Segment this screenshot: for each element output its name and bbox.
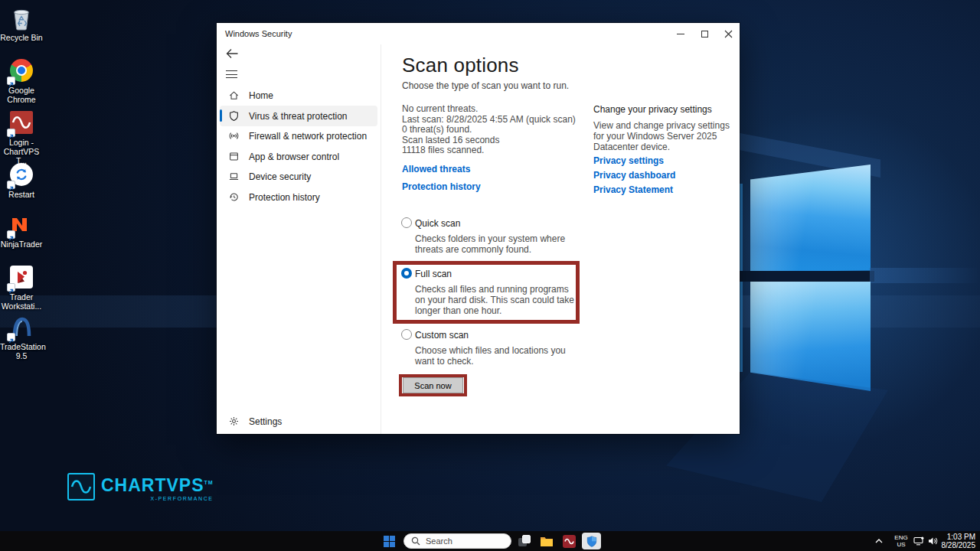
desktop: Recycle Bin Google Chrome Login - ChartV…: [0, 0, 980, 551]
scan-status-block: No current threats. Last scan: 8/28/2025…: [402, 104, 578, 156]
file-explorer-button[interactable]: [539, 531, 554, 551]
tray-date: 8/28/2025: [937, 541, 975, 549]
quick-scan-description: Checks folders in your system where thre…: [415, 234, 577, 256]
chrome-icon: [9, 59, 34, 83]
full-scan-description: Checks all files and running programs on…: [415, 285, 577, 316]
sidebar-item-home[interactable]: Home: [220, 85, 377, 106]
tray-time: 1:03 PM: [937, 533, 975, 541]
wallpaper-windows-pane-lower: [750, 282, 871, 391]
quick-scan-label: Quick scan: [415, 218, 460, 229]
sidebar-item-protection-history[interactable]: Protection history: [220, 187, 377, 207]
taskbar-search[interactable]: Search: [403, 533, 511, 549]
gear-icon: [227, 416, 240, 428]
sidebar-item-virus-threat-protection[interactable]: Virus & threat protection: [220, 106, 377, 126]
quick-scan-radio[interactable]: [401, 217, 412, 228]
desktop-icon-google-chrome[interactable]: Google Chrome: [0, 58, 43, 104]
ninjatrader-icon: [9, 213, 34, 237]
trader-workstation-icon: [9, 266, 34, 290]
desktop-icon-tradestation[interactable]: TradeStation 9.5: [0, 315, 43, 360]
sidebar-item-label: App & browser control: [249, 152, 339, 162]
folder-icon: [540, 536, 554, 547]
shortcut-arrow-icon: [7, 333, 15, 341]
tray-chevron-button[interactable]: [874, 531, 884, 551]
wallpaper-windows-pane-upper: [750, 165, 871, 272]
desktop-icon-label: Login - ChartVPS T...: [0, 138, 43, 165]
app-window-icon: [227, 151, 240, 163]
windows-security-window: Windows Security Home Virus & threat pro…: [217, 23, 740, 434]
window-titlebar[interactable]: Windows Security: [217, 23, 740, 44]
desktop-icon-ninjatrader[interactable]: NinjaTrader: [0, 213, 43, 249]
status-line: 11118 files scanned.: [402, 145, 578, 156]
protection-history-link[interactable]: Protection history: [402, 181, 481, 192]
page-title: Scan options: [402, 54, 519, 77]
privacy-heading: Change your privacy settings: [593, 104, 712, 115]
shortcut-arrow-icon: [7, 77, 15, 85]
allowed-threats-link[interactable]: Allowed threats: [402, 164, 470, 174]
desktop-icon-label: Recycle Bin: [0, 33, 43, 42]
privacy-dashboard-link[interactable]: Privacy dashboard: [593, 170, 675, 181]
scan-now-button[interactable]: Scan now: [403, 377, 463, 393]
tray-network-button[interactable]: [913, 531, 925, 551]
sidebar-item-label: Virus & threat protection: [249, 111, 348, 122]
chartvps-taskbar-icon: [563, 535, 576, 548]
defender-shield-icon: [586, 536, 597, 547]
restart-icon: [9, 163, 34, 187]
task-view-button[interactable]: [518, 531, 531, 551]
start-button[interactable]: [382, 531, 396, 551]
privacy-statement-link[interactable]: Privacy Statement: [593, 184, 673, 195]
sidebar-item-label: Settings: [249, 416, 282, 427]
watermark-tm: TM: [204, 480, 214, 485]
minimize-button[interactable]: [669, 23, 692, 44]
status-line: No current threats.: [402, 104, 578, 115]
tray-clock[interactable]: 1:03 PM 8/28/2025: [937, 533, 975, 549]
wallpaper-logo-sliver: [740, 184, 743, 372]
full-scan-label: Full scan: [415, 269, 452, 279]
sidebar-item-device-security[interactable]: Device security: [220, 166, 377, 187]
watermark-tagline: X-PERFORMANCE: [101, 496, 214, 501]
chartvps-app-button[interactable]: [561, 531, 577, 551]
desktop-icon-label: NinjaTrader: [0, 240, 43, 249]
desktop-icon-recycle-bin[interactable]: Recycle Bin: [0, 6, 43, 42]
shortcut-arrow-icon: [7, 230, 15, 239]
speaker-icon: [928, 536, 938, 546]
sidebar-item-settings[interactable]: Settings: [220, 411, 377, 432]
desktop-icon-label: Restart: [0, 190, 43, 199]
sidebar-item-app-browser-control[interactable]: App & browser control: [220, 146, 377, 167]
status-line: 0 threat(s) found.: [402, 125, 578, 135]
laptop-icon: [227, 171, 240, 183]
hamburger-menu-button[interactable]: [226, 68, 238, 79]
search-placeholder: Search: [426, 536, 452, 546]
shortcut-arrow-icon: [7, 129, 15, 137]
history-icon: [227, 191, 240, 204]
back-button[interactable]: [226, 48, 240, 60]
search-icon: [411, 536, 420, 546]
close-button[interactable]: [717, 23, 740, 44]
network-status-icon: [913, 536, 924, 546]
custom-scan-label: Custom scan: [415, 330, 469, 341]
home-icon: [227, 90, 240, 102]
taskbar: Search ENG: [0, 531, 980, 551]
windows-security-taskbar-button[interactable]: [582, 533, 601, 549]
desktop-icon-chartvps-login[interactable]: Login - ChartVPS T...: [0, 110, 43, 165]
desktop-icon-restart[interactable]: Restart: [0, 162, 43, 199]
desktop-icon-label: Trader Workstati...: [0, 292, 43, 311]
privacy-body: View and change privacy settings for you…: [593, 120, 730, 152]
chartvps-watermark: CHARTVPSTM X-PERFORMANCE: [67, 473, 214, 501]
watermark-brand: CHARTVPSTM: [101, 473, 214, 495]
desktop-icon-label: TradeStation 9.5: [0, 342, 43, 360]
window-title: Windows Security: [225, 29, 292, 38]
minimize-icon: [677, 34, 684, 34]
full-scan-radio[interactable]: [401, 268, 412, 279]
tray-language-indicator[interactable]: ENG US: [891, 534, 911, 548]
chartvps-logo-icon: [67, 473, 95, 500]
custom-scan-radio[interactable]: [401, 329, 412, 340]
maximize-button[interactable]: [693, 23, 716, 44]
privacy-settings-link[interactable]: Privacy settings: [593, 155, 664, 166]
desktop-icon-label: Google Chrome: [0, 86, 43, 104]
sidebar-item-firewall-network-protection[interactable]: Firewall & network protection: [220, 126, 377, 146]
status-line: Scan lasted 16 seconds: [402, 135, 578, 146]
shield-icon: [227, 110, 240, 122]
network-icon: [227, 130, 240, 142]
desktop-icon-trader-workstation[interactable]: Trader Workstati...: [0, 265, 43, 311]
back-arrow-icon: [226, 48, 239, 59]
